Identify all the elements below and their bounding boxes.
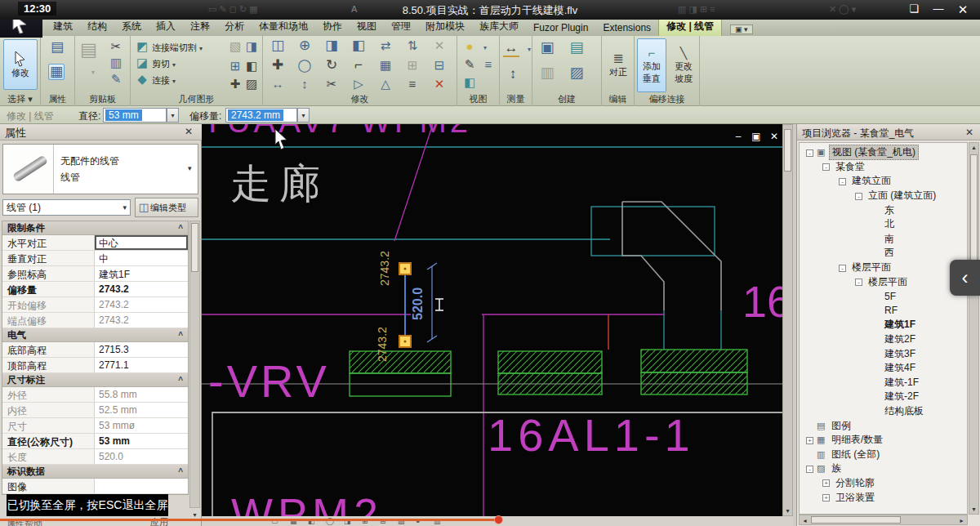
dimension-520-label[interactable]: 520.0 [411, 283, 425, 320]
cut-geometry-icon[interactable]: ◪ [134, 56, 150, 70]
view-restore-icon[interactable]: ▣ [749, 131, 764, 142]
diameter-dropdown-icon[interactable]: ▾ [167, 108, 179, 123]
list-icon[interactable]: ≡ [404, 77, 421, 91]
demolish-icon[interactable]: ◨ [243, 39, 260, 54]
view-minimize-icon[interactable]: – [731, 131, 746, 142]
property-value[interactable]: 2743.2 [95, 297, 188, 312]
popout-icon[interactable]: ❏ [905, 2, 923, 15]
paint-geometry-icon[interactable]: ✚ [227, 77, 243, 91]
properties-palette-icon[interactable]: ▦ [48, 64, 65, 80]
create-similar-icon[interactable]: ▣ [539, 40, 555, 55]
properties-close-icon[interactable]: ✕ [185, 126, 193, 137]
panel-label-measure[interactable]: 测量 [500, 93, 532, 105]
tree-item[interactable]: 建筑3F [800, 346, 967, 361]
measure-line-icon[interactable]: ↔ [503, 41, 519, 57]
trim-corner-icon[interactable]: ⌐ [350, 58, 367, 73]
property-value[interactable] [95, 479, 188, 493]
pin-icon[interactable]: ⊟ [431, 58, 448, 73]
video-progress-bar[interactable] [0, 519, 500, 521]
property-value[interactable]: 52.5 mm [95, 403, 188, 417]
panel-label-geometry[interactable]: 几何图形 [131, 93, 262, 105]
tree-item[interactable]: ▥图纸 (全部) [800, 447, 967, 461]
property-value[interactable]: 2771.1 [95, 358, 188, 372]
split-element-icon[interactable]: ✂ [323, 77, 340, 91]
tree-item[interactable]: 建筑-2F [800, 390, 967, 404]
browser-vscrollbar[interactable]: ▴▾ [969, 142, 979, 515]
hide-element-icon[interactable]: ◧ [461, 75, 478, 90]
tree-item[interactable]: -▣视图 (某食堂_机电) [800, 145, 967, 160]
property-value[interactable]: 中 [95, 251, 188, 265]
tree-item[interactable]: -楼层平面 [800, 261, 967, 275]
cut-icon[interactable]: ✂ [108, 39, 124, 54]
tree-item[interactable]: 南 [800, 232, 967, 247]
panel-label-offset-connect[interactable]: 偏移连接 [635, 93, 699, 105]
property-value[interactable]: 建筑1F [95, 266, 188, 281]
video-playhead[interactable] [494, 515, 503, 524]
tree-item[interactable]: +分割轮廓 [800, 476, 967, 491]
property-value[interactable]: 520.0 [95, 449, 188, 464]
property-value[interactable]: 2715.3 [95, 342, 188, 357]
tree-item-current-view[interactable]: 建筑1F [800, 318, 967, 332]
copy-icon[interactable]: ▥ [108, 56, 124, 70]
panel-label-clipboard[interactable]: 剪贴板 [75, 93, 130, 105]
panel-label-select[interactable]: 选择 ▾ [0, 93, 40, 105]
view-close-icon[interactable]: ✕ [767, 131, 782, 142]
tab-massing[interactable]: 体量和场地 [252, 18, 315, 36]
group-header[interactable]: 尺寸标注^ [2, 373, 188, 387]
tree-item[interactable]: -某食堂 [800, 160, 967, 175]
tree-item[interactable]: +▦明细表/数量 [800, 433, 967, 448]
tree-item[interactable]: -楼层平面 [800, 274, 967, 289]
offset-dropdown-icon[interactable]: ▾ [297, 108, 310, 123]
rotate-icon[interactable]: ↻ [323, 58, 340, 73]
unpin-icon[interactable]: ✕ [431, 38, 448, 53]
tree-item[interactable]: 建筑2F [800, 332, 967, 347]
create-group-icon[interactable]: ▤ [568, 40, 585, 55]
edit-type-button[interactable]: ◫编辑类型 [135, 198, 198, 217]
panel-label-create[interactable]: 创建 [532, 93, 601, 105]
project-browser-close-icon[interactable]: ✕ [965, 127, 973, 138]
property-value[interactable]: 55.8 mm [95, 387, 188, 402]
view-dropdown-icon[interactable]: ▾ [477, 41, 493, 56]
tree-item[interactable]: 结构底板 [800, 404, 967, 419]
panel-label-modify[interactable]: 修改 [263, 93, 457, 105]
offset-combo[interactable]: 2743.2 mm [225, 108, 297, 123]
scale-icon[interactable]: ⊞ [404, 58, 421, 73]
unjoin-icon[interactable]: ◧ [243, 59, 260, 74]
wall-joins-icon[interactable]: ▧ [227, 39, 243, 54]
tab-architecture[interactable]: 建筑 [46, 18, 80, 36]
join-label[interactable]: 连接▾ [152, 74, 176, 87]
trim-extend-multi-icon[interactable]: ↕ [296, 77, 313, 91]
split-icon[interactable]: ⇄ [377, 38, 394, 53]
type-selector[interactable]: 无配件的线管 线管 ▾ [2, 144, 198, 194]
type-properties-icon[interactable]: ▤ [49, 40, 65, 55]
property-value[interactable]: 2743.2 [95, 282, 188, 296]
group-header[interactable]: 限制条件^ [2, 221, 188, 235]
tree-item[interactable]: 5F [800, 289, 967, 304]
linework-icon[interactable]: ✎ [461, 57, 478, 72]
property-value[interactable]: 53 mmø [95, 418, 188, 433]
mirror-axis-icon[interactable]: ◨ [323, 38, 340, 53]
property-value[interactable]: 2743.2 [95, 313, 188, 328]
tab-analyze[interactable]: 分析 [217, 18, 252, 36]
array-icon[interactable]: ▦ [377, 58, 394, 73]
beam-joins-icon[interactable]: ⊞ [227, 59, 243, 74]
tree-item[interactable]: -▨族 [800, 461, 967, 476]
close-icon[interactable]: ✕ [954, 2, 972, 17]
tree-item[interactable]: -立面 (建筑立面) [800, 189, 967, 203]
cope-icon[interactable]: ◩ [134, 39, 150, 54]
tab-collaborate[interactable]: 协作 [315, 18, 350, 36]
offset-icon[interactable]: ⊕ [296, 38, 313, 53]
tree-item[interactable]: 西 [800, 246, 967, 261]
copy-tool-icon[interactable]: ◯ [296, 58, 313, 73]
tree-item[interactable]: ▤图例 [800, 418, 967, 433]
panel-label-edit[interactable]: 编辑 [602, 93, 634, 105]
instance-combo[interactable]: 线管 (1)▾ [2, 199, 131, 216]
tab-modify-conduit[interactable]: 修改 | 线管 [658, 17, 722, 36]
trim-extend-single-icon[interactable]: ↔ [270, 77, 286, 91]
canvas-scrollbar[interactable]: ▾ [782, 124, 793, 516]
tab-view[interactable]: 视图 [350, 18, 384, 36]
properties-scrollbar[interactable] [189, 221, 200, 508]
panel-label-properties[interactable]: 属性 [41, 93, 74, 105]
join-icon[interactable]: ◆ [134, 72, 150, 87]
panel-label-view[interactable]: 视图 [457, 93, 499, 105]
